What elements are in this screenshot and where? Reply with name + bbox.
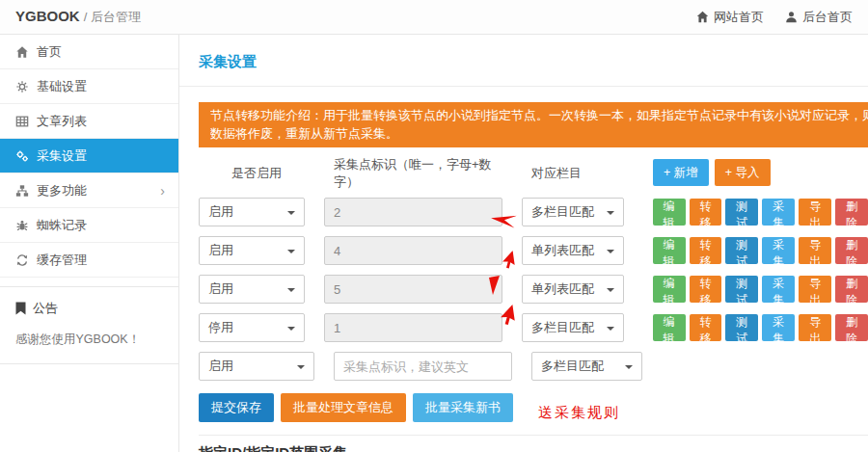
brand-name: YGBOOK [15, 8, 80, 24]
sidebar-item-collection-settings[interactable]: 采集设置 [0, 139, 178, 173]
page-title: 采集设置 [179, 35, 868, 87]
table-row: 启用 单列表匹配 编辑 转移 测试 采集 导出 删除 [199, 236, 868, 265]
notice-banner: 节点转移功能介绍：用于批量转换该节点的小说到指定节点。一次转换一本，如果指定节点… [199, 102, 868, 147]
chevron-down-icon [297, 365, 305, 369]
table-row: 启用 单列表匹配 编辑 转移 测试 采集 导出 删除 [199, 275, 868, 304]
red-annotation-text: 送采集规则 [538, 404, 620, 422]
enabled-select[interactable]: 启用 [199, 198, 305, 226]
sidebar-item-label: 基础设置 [37, 78, 165, 95]
gear-icon [15, 80, 29, 93]
batch-collect-new-books-button[interactable]: 批量采集新书 [413, 393, 513, 422]
enabled-select[interactable]: 启用 [199, 236, 305, 265]
chevron-down-icon [607, 288, 614, 292]
chevron-down-icon [607, 211, 614, 215]
announcement-title: 公告 [33, 300, 58, 317]
notice-line-2: 数据将作废，重新从新节点采集。 [210, 124, 868, 143]
chevron-down-icon [607, 327, 614, 331]
home-icon [15, 45, 29, 59]
edit-button[interactable]: 编辑 [653, 237, 686, 264]
chevron-down-icon [287, 250, 295, 253]
column-select[interactable]: 多栏目匹配 [531, 352, 642, 381]
sidebar-item-label: 更多功能 [37, 182, 160, 199]
admin-home-link[interactable]: 后台首页 [785, 9, 853, 26]
bug-icon [15, 219, 29, 232]
sidebar: 首页 基础设置 文章列表 采集设置 更多功能 › 蜘蛛记录 缓存管理 [0, 35, 179, 452]
announcement-text: 感谢您使用YGBOOK！ [15, 332, 163, 348]
chevron-down-icon [287, 327, 295, 331]
identifier-input[interactable] [324, 275, 502, 304]
delete-button[interactable]: 删除 [835, 276, 868, 303]
add-button[interactable]: + 新增 [653, 159, 709, 186]
test-button[interactable]: 测试 [725, 276, 758, 303]
next-section-title: 指定ID/指定ID范围采集 [199, 444, 868, 452]
enabled-select[interactable]: 停用 [199, 313, 305, 342]
announcement-panel: 公告 感谢您使用YGBOOK！ [0, 286, 178, 364]
collect-button[interactable]: 采集 [762, 276, 795, 303]
notice-line-1: 节点转移功能介绍：用于批量转换该节点的小说到指定节点。一次转换一本，如果指定节点… [210, 106, 868, 124]
identifier-input[interactable] [334, 352, 512, 381]
delete-button[interactable]: 删除 [835, 237, 868, 264]
sidebar-item-home[interactable]: 首页 [0, 35, 178, 69]
export-button[interactable]: 导出 [799, 314, 831, 341]
chevron-right-icon: › [160, 183, 165, 199]
export-button[interactable]: 导出 [799, 237, 831, 264]
enabled-select[interactable]: 启用 [199, 352, 314, 381]
chevron-down-icon [287, 211, 295, 215]
submit-save-button[interactable]: 提交保存 [199, 393, 274, 422]
chevron-down-icon [625, 365, 633, 369]
site-home-link[interactable]: 网站首页 [696, 9, 764, 26]
header-identifier: 采集点标识（唯一，字母+数字） [334, 156, 512, 191]
sidebar-item-label: 文章列表 [37, 113, 165, 130]
sidebar-item-label: 采集设置 [37, 147, 165, 165]
column-select[interactable]: 多栏目匹配 [522, 198, 624, 226]
export-button[interactable]: 导出 [799, 276, 831, 303]
identifier-input[interactable] [324, 236, 502, 265]
sidebar-item-article-list[interactable]: 文章列表 [0, 104, 178, 139]
sidebar-item-more-features[interactable]: 更多功能 › [0, 173, 178, 208]
table-icon [15, 115, 29, 128]
sidebar-item-label: 首页 [37, 43, 165, 61]
table-row-new: 启用 多栏目匹配 [199, 352, 868, 381]
chevron-down-icon [287, 288, 295, 292]
test-button[interactable]: 测试 [725, 199, 758, 226]
section-divider [199, 435, 868, 436]
identifier-input[interactable] [324, 198, 502, 226]
sidebar-item-spider-records[interactable]: 蜘蛛记录 [0, 208, 178, 243]
brand: YGBOOK / 后台管理 [15, 8, 141, 26]
test-button[interactable]: 测试 [725, 237, 758, 264]
transfer-button[interactable]: 转移 [690, 314, 722, 341]
delete-button[interactable]: 删除 [835, 314, 868, 341]
batch-process-articles-button[interactable]: 批量处理文章信息 [281, 393, 406, 422]
transfer-button[interactable]: 转移 [690, 199, 722, 226]
export-button[interactable]: 导出 [799, 199, 831, 226]
user-icon [785, 11, 798, 23]
table-row: 停用 多栏目匹配 编辑 转移 测试 采集 导出 删除 [199, 313, 868, 342]
identifier-input[interactable] [324, 313, 502, 342]
import-button[interactable]: + 导入 [715, 159, 771, 186]
column-select[interactable]: 单列表匹配 [522, 275, 624, 304]
table-header: 是否启用 采集点标识（唯一，字母+数字） 对应栏目 + 新增 + 导入 [199, 159, 868, 188]
site-home-label: 网站首页 [714, 9, 764, 26]
collect-button[interactable]: 采集 [762, 199, 795, 226]
edit-button[interactable]: 编辑 [653, 314, 686, 341]
edit-button[interactable]: 编辑 [653, 276, 686, 303]
sidebar-item-cache-management[interactable]: 缓存管理 [0, 243, 178, 278]
transfer-button[interactable]: 转移 [690, 237, 722, 264]
column-select[interactable]: 单列表匹配 [522, 236, 624, 265]
test-button[interactable]: 测试 [725, 314, 758, 341]
sidebar-item-label: 蜘蛛记录 [37, 217, 165, 234]
transfer-button[interactable]: 转移 [690, 276, 722, 303]
collect-button[interactable]: 采集 [762, 237, 795, 264]
delete-button[interactable]: 删除 [835, 199, 868, 226]
header-column: 对应栏目 [531, 165, 642, 182]
column-select[interactable]: 多栏目匹配 [522, 313, 624, 342]
sidebar-item-basic-settings[interactable]: 基础设置 [0, 69, 178, 104]
table-row: 启用 多栏目匹配 编辑 转移 测试 采集 导出 删除 [199, 198, 868, 226]
enabled-select[interactable]: 启用 [199, 275, 305, 304]
edit-button[interactable]: 编辑 [653, 199, 686, 226]
topbar: YGBOOK / 后台管理 网站首页 后台首页 [0, 0, 868, 35]
sidebar-item-label: 缓存管理 [37, 252, 165, 269]
collect-button[interactable]: 采集 [762, 314, 795, 341]
brand-subtitle: 后台管理 [91, 10, 141, 24]
home-icon [696, 11, 709, 23]
